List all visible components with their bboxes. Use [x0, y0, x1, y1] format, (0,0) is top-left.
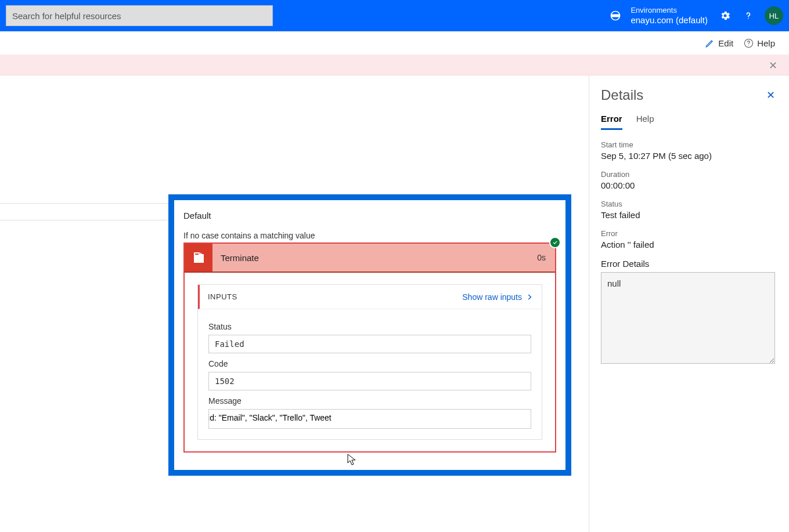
app-header: Search for helpful resources Environment…	[0, 0, 789, 31]
duration-label: Duration	[601, 170, 775, 179]
help-icon[interactable]	[743, 10, 754, 21]
canvas-area: Default If no case contains a matching v…	[0, 75, 589, 532]
terminate-action: Terminate 0s INPUTS Show raw inputs	[183, 243, 556, 453]
terminate-header[interactable]: Terminate 0s	[185, 244, 555, 273]
environment-selector[interactable]: Environments enayu.com (default)	[610, 6, 708, 26]
details-panel: Details ✕ Error Help Start time Sep 5, 1…	[589, 75, 789, 532]
edit-label: Edit	[718, 38, 733, 48]
environment-value: enayu.com (default)	[631, 15, 708, 26]
duration-value: 00:00:00	[601, 180, 775, 190]
start-time-label: Start time	[601, 140, 775, 149]
inputs-title: INPUTS	[208, 292, 237, 301]
search-placeholder-text: Search for helpful resources	[12, 11, 121, 21]
edit-button[interactable]: Edit	[705, 38, 733, 48]
help-label: Help	[757, 38, 775, 48]
show-raw-label: Show raw inputs	[462, 292, 522, 302]
settings-icon[interactable]	[719, 10, 731, 21]
status-value2: Test failed	[601, 210, 775, 220]
error-details-label: Error Details	[601, 259, 775, 269]
environments-label: Environments	[631, 6, 708, 15]
details-title: Details	[601, 87, 643, 103]
search-input[interactable]: Search for helpful resources	[6, 5, 273, 26]
details-close-icon[interactable]: ✕	[766, 89, 775, 102]
status-label2: Status	[601, 200, 775, 208]
error-banner: ✕	[0, 55, 789, 75]
inputs-header: INPUTS Show raw inputs	[198, 285, 542, 309]
inputs-panel: INPUTS Show raw inputs Status Code Messa…	[197, 284, 542, 440]
details-tabs: Error Help	[601, 114, 775, 130]
tab-error[interactable]: Error	[601, 114, 622, 130]
terminate-duration: 0s	[537, 253, 555, 262]
flow-default-card: Default If no case contains a matching v…	[168, 194, 571, 476]
code-field[interactable]	[208, 372, 531, 390]
terminate-icon	[185, 244, 212, 272]
command-bar: Edit Help	[0, 31, 789, 55]
chevron-right-icon	[525, 293, 534, 301]
start-time-value: Sep 5, 10:27 PM (5 sec ago)	[601, 151, 775, 161]
avatar-initials: HL	[769, 12, 779, 20]
message-field[interactable]: of the following values stupid: "Email",…	[208, 409, 531, 429]
left-row-hint	[0, 203, 168, 220]
close-icon[interactable]: ✕	[769, 59, 777, 72]
message-text: of the following values stupid: "Email",…	[208, 413, 332, 422]
error-value: Action '' failed	[601, 240, 775, 249]
avatar[interactable]: HL	[765, 6, 783, 25]
edit-icon	[705, 38, 715, 48]
status-label: Status	[208, 322, 531, 331]
error-details-textarea[interactable]: null	[601, 272, 775, 364]
status-field[interactable]	[208, 335, 531, 353]
default-title: Default	[183, 211, 556, 220]
tab-help[interactable]: Help	[636, 114, 654, 130]
default-caption: If no case contains a matching value	[183, 231, 556, 240]
code-label: Code	[208, 359, 531, 368]
message-label: Message	[208, 396, 531, 406]
success-badge-icon	[549, 237, 561, 248]
terminate-label: Terminate	[212, 253, 537, 263]
show-raw-inputs-link[interactable]: Show raw inputs	[462, 292, 534, 302]
help-button[interactable]: Help	[744, 38, 775, 48]
help-circle-icon	[744, 38, 754, 48]
error-label: Error	[601, 229, 775, 238]
environment-icon	[610, 10, 621, 21]
